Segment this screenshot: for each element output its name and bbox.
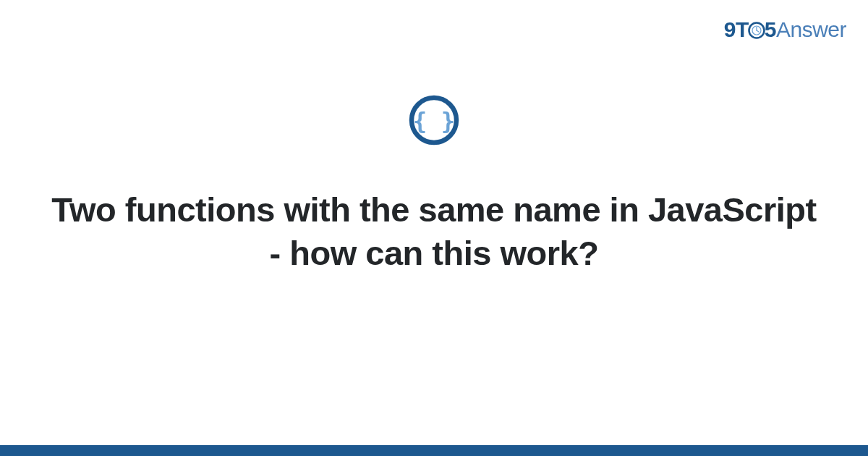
page-title: Two functions with the same name in Java… xyxy=(51,188,817,275)
logo-nine: 9 xyxy=(724,17,736,41)
clock-o-icon xyxy=(748,22,765,39)
logo-answer: Answer xyxy=(776,17,846,41)
footer-bar xyxy=(0,445,868,456)
main-content: { } Two functions with the same name in … xyxy=(0,94,868,275)
svg-text:{ }: { } xyxy=(413,107,455,135)
svg-line-3 xyxy=(757,30,759,32)
logo-t: T xyxy=(736,17,749,41)
site-logo: 9T 5Answer xyxy=(724,17,846,42)
logo-five: 5 xyxy=(765,17,776,41)
code-braces-icon: { } xyxy=(408,94,460,146)
